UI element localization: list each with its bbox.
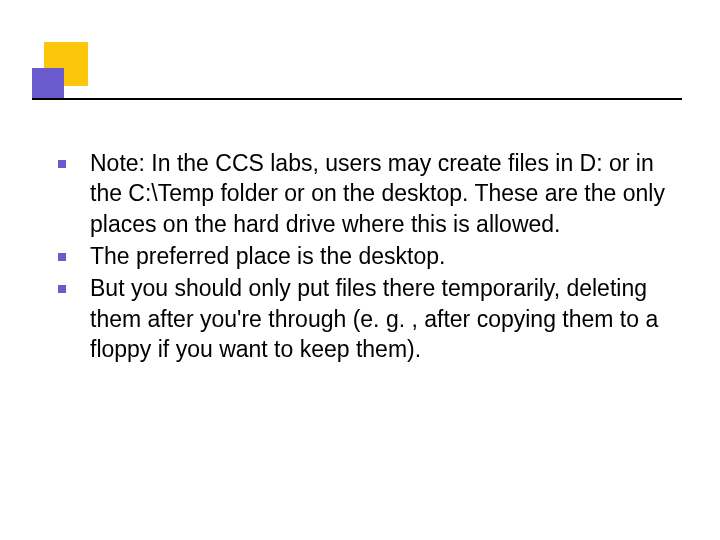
slide-body: Note: In the CCS labs, users may create … xyxy=(58,148,668,367)
bullet-text: Note: In the CCS labs, users may create … xyxy=(90,148,668,239)
bullet-list: Note: In the CCS labs, users may create … xyxy=(58,148,668,365)
bullet-icon xyxy=(58,253,66,261)
bullet-icon xyxy=(58,285,66,293)
bullet-text: But you should only put files there temp… xyxy=(90,273,668,364)
bullet-text: The preferred place is the desktop. xyxy=(90,241,668,271)
purple-square-icon xyxy=(32,68,64,100)
list-item: The preferred place is the desktop. xyxy=(58,241,668,271)
horizontal-rule xyxy=(32,98,682,100)
header-decoration xyxy=(32,42,104,100)
list-item: Note: In the CCS labs, users may create … xyxy=(58,148,668,239)
list-item: But you should only put files there temp… xyxy=(58,273,668,364)
bullet-icon xyxy=(58,160,66,168)
slide: Note: In the CCS labs, users may create … xyxy=(0,0,720,540)
